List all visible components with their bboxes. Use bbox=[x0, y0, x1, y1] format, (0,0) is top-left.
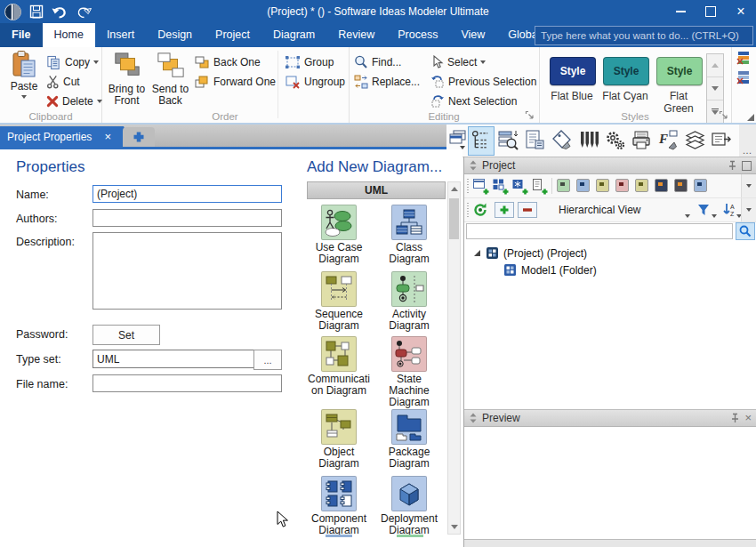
tab-insert[interactable]: Insert bbox=[95, 23, 146, 47]
set-password-button[interactable]: Set bbox=[92, 325, 160, 345]
view-mode-selector[interactable]: Hierarchical View bbox=[559, 204, 640, 216]
state-type-icon[interactable] bbox=[615, 179, 629, 192]
authors-field[interactable] bbox=[92, 209, 282, 227]
sort-icon[interactable]: AZ bbox=[722, 203, 736, 217]
project-search-input[interactable] bbox=[466, 223, 733, 239]
expand-all-button[interactable] bbox=[495, 202, 514, 218]
add-diagram-icon[interactable] bbox=[472, 178, 489, 195]
delete-button[interactable]: Delete bbox=[46, 93, 102, 110]
search-elements-panel-icon[interactable] bbox=[497, 129, 519, 151]
maximize-button[interactable] bbox=[696, 0, 726, 23]
type-set-browse-button[interactable]: ... bbox=[253, 350, 282, 370]
cut-button[interactable]: Cut bbox=[46, 73, 80, 91]
toolbar-grip[interactable] bbox=[467, 179, 469, 194]
back-one-button[interactable]: Back One bbox=[194, 53, 261, 71]
paste-button[interactable]: Paste bbox=[6, 50, 42, 99]
tree-item-model1[interactable]: Model1 (Folder) bbox=[503, 262, 597, 278]
preview-panel-header[interactable]: Preview × bbox=[464, 409, 756, 427]
copy-button[interactable]: Copy bbox=[46, 53, 99, 71]
filter-dropdown-icon[interactable] bbox=[712, 208, 717, 221]
scrollbar-thumb[interactable] bbox=[449, 198, 459, 239]
close-button[interactable]: × bbox=[726, 0, 756, 23]
model-type-icon[interactable] bbox=[694, 179, 707, 192]
tag-editor-panel-icon[interactable] bbox=[551, 129, 573, 151]
uml-category-header[interactable]: UML bbox=[307, 181, 446, 199]
export-panel-icon[interactable] bbox=[711, 129, 733, 151]
search-icon[interactable] bbox=[736, 222, 755, 240]
select-button[interactable]: Select bbox=[430, 53, 486, 71]
ungroup-button[interactable]: Ungroup bbox=[285, 73, 345, 91]
expander-icon[interactable] bbox=[473, 249, 481, 257]
next-selection-button[interactable]: Next Selection bbox=[430, 93, 517, 110]
tab-project-properties[interactable]: Project Properties × bbox=[0, 126, 133, 147]
toolbar-overflow-icon[interactable] bbox=[741, 198, 756, 221]
save-icon[interactable] bbox=[29, 4, 44, 19]
tab-file[interactable]: File bbox=[0, 23, 43, 47]
copy-dropdown-icon[interactable] bbox=[93, 60, 99, 64]
description-field[interactable] bbox=[92, 232, 282, 310]
tab-project[interactable]: Project bbox=[204, 23, 261, 47]
filter-icon[interactable] bbox=[697, 204, 710, 216]
class-type-icon[interactable] bbox=[576, 179, 590, 192]
close-panel-icon[interactable]: × bbox=[744, 414, 752, 422]
diagram-tile-class[interactable]: Class Diagram bbox=[375, 205, 443, 265]
settings-panel-icon[interactable] bbox=[604, 129, 626, 151]
screen-type-icon[interactable] bbox=[655, 179, 668, 192]
tab-review[interactable]: Review bbox=[326, 23, 386, 47]
gallery-down-icon[interactable] bbox=[707, 77, 723, 101]
clear-style-icon[interactable] bbox=[736, 70, 751, 84]
forward-one-button[interactable]: Forward One bbox=[194, 73, 276, 91]
tab-view[interactable]: View bbox=[449, 23, 496, 47]
add-tab-button[interactable] bbox=[123, 127, 155, 147]
cascade-windows-icon[interactable] bbox=[448, 130, 467, 150]
tab-home[interactable]: Home bbox=[43, 23, 95, 47]
style-flat-blue-button[interactable]: Style bbox=[550, 57, 596, 85]
documentation-panel-icon[interactable] bbox=[524, 129, 546, 151]
send-to-back-button[interactable]: Send to Back bbox=[149, 52, 191, 107]
diagram-tile-state-machine[interactable]: State Machine Diagram bbox=[375, 336, 443, 408]
project-panel-header[interactable]: Project bbox=[464, 157, 756, 174]
ribbon-collapse-icon[interactable] bbox=[747, 114, 754, 121]
gallery-up-icon[interactable] bbox=[707, 54, 723, 77]
diagram-tile-use-case[interactable]: Use Case Diagram bbox=[305, 205, 373, 265]
toolbar-overflow-icon[interactable] bbox=[741, 174, 756, 197]
minimize-button[interactable] bbox=[665, 0, 696, 23]
add-document-icon[interactable] bbox=[531, 178, 548, 195]
project-tree-panel-icon[interactable] bbox=[470, 129, 491, 151]
style-flat-green-button[interactable]: Style bbox=[656, 57, 703, 85]
name-field[interactable] bbox=[92, 185, 282, 203]
diagram-tile-sequence[interactable]: Sequence Diagram bbox=[305, 271, 373, 332]
find-button[interactable]: Find... bbox=[354, 53, 401, 71]
toolbar-grip[interactable] bbox=[467, 203, 469, 218]
tab-design[interactable]: Design bbox=[146, 23, 204, 47]
fields-panel-icon[interactable]: F bbox=[657, 129, 680, 151]
diagram-tile-deployment[interactable]: Deployment Diagram bbox=[375, 476, 443, 536]
redo-icon[interactable] bbox=[76, 5, 92, 19]
maximize-panel-icon[interactable] bbox=[742, 161, 752, 171]
sequence-type-icon[interactable] bbox=[596, 179, 609, 192]
use-case-type-icon[interactable] bbox=[557, 179, 570, 192]
apply-style-icon[interactable] bbox=[736, 51, 751, 65]
bring-to-front-button[interactable]: Bring to Front bbox=[106, 52, 148, 107]
layers-panel-icon[interactable] bbox=[684, 129, 706, 151]
add-folder-icon[interactable] bbox=[492, 178, 509, 195]
print-preview-panel-icon[interactable] bbox=[631, 129, 653, 151]
tree-item-project[interactable]: (Project) (Project) bbox=[473, 245, 587, 261]
replace-button[interactable]: Replace... bbox=[354, 73, 420, 91]
communication-type-icon[interactable] bbox=[635, 179, 648, 192]
diagram-tile-package[interactable]: Package Diagram bbox=[375, 409, 443, 470]
gallery-scrollbar[interactable] bbox=[447, 181, 461, 535]
scroll-down-icon[interactable] bbox=[448, 520, 460, 534]
diagram-tile-activity[interactable]: Activity Diagram bbox=[375, 271, 443, 332]
pin-icon[interactable] bbox=[729, 413, 740, 423]
group-button[interactable]: Group bbox=[285, 53, 334, 71]
pin-icon[interactable] bbox=[727, 160, 737, 171]
diagram-tile-object[interactable]: Object Diagram bbox=[305, 409, 373, 470]
robustness-type-icon[interactable] bbox=[674, 179, 688, 192]
collapse-all-button[interactable] bbox=[518, 202, 537, 218]
ribbon-search-input[interactable] bbox=[535, 26, 753, 45]
add-element-icon[interactable] bbox=[511, 178, 528, 195]
strip-overflow-icon[interactable]: … bbox=[739, 125, 756, 161]
tab-process[interactable]: Process bbox=[386, 23, 449, 47]
previous-selection-button[interactable]: Previous Selection bbox=[430, 73, 536, 91]
